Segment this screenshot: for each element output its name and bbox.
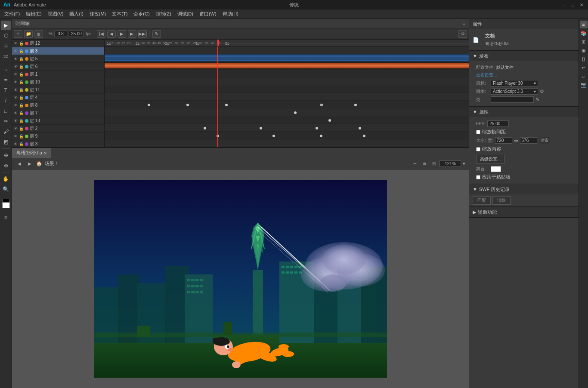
scale-content-checkbox[interactable] [476,147,480,151]
menu-help[interactable]: 帮助(H) [220,10,241,18]
height-input[interactable] [520,137,537,144]
menu-text[interactable]: 文本(T) [109,10,130,18]
class-input[interactable] [491,96,534,103]
frames-panel[interactable]: 1s 2s 3s 4s 5s 5 10 15 [105,40,469,147]
motion-icon-btn[interactable]: ◉ [580,46,588,54]
snap-tool[interactable]: ⊞ [1,213,11,222]
camera-icon-btn[interactable]: 📷 [580,81,588,89]
layer-row-8[interactable]: 👁 🔒 层 8 [12,102,104,109]
minimize-button[interactable]: ─ [561,2,567,8]
subselect-tool[interactable]: ⬡ [1,31,11,40]
scale-button[interactable]: 缩索 [539,137,550,144]
tab-close-icon[interactable]: × [44,151,46,156]
swf-history-header[interactable]: ▼ SWF 历史记录 [469,184,579,194]
eraser-tool[interactable]: ⊗ [1,161,11,170]
menu-edit[interactable]: 编辑(E) [23,10,44,18]
script-settings-icon[interactable]: ⚙ [540,89,544,94]
pencil-tool[interactable]: ✏ [1,117,11,126]
loop-button[interactable]: ↻ [152,30,161,38]
size-link-icon[interactable]: ⇔ [514,138,518,144]
layer-row-11[interactable]: 👁 🔒 层 11 [12,86,104,94]
3d-tool[interactable]: 3D [1,52,11,61]
layer-row-3[interactable]: 👁 🔒 层 3 [12,47,104,55]
menu-insert[interactable]: 插入(I) [67,10,86,18]
back-nav-button[interactable]: ◀ [15,160,23,168]
lasso-tool[interactable]: ○ [1,65,11,74]
pen-tool[interactable]: ✒ [1,75,11,85]
menu-debug[interactable]: 调试(D) [175,10,196,18]
line-tool[interactable]: / [1,96,11,105]
layer-row-3b[interactable]: 👁 🔒 层 3 [12,140,104,147]
layer-row-12[interactable]: 👁 🔒 层 12 [12,40,104,47]
zoom-dropdown-icon[interactable]: ▾ [463,161,465,166]
publish-settings-link[interactable]: 发布设置... [476,72,497,78]
paint-bucket-tool[interactable]: ◩ [1,137,11,147]
layer-row-2[interactable]: 👁 🔒 层 2 [12,125,104,132]
properties-panel-header[interactable]: 属性 [469,19,579,29]
properties-icon-btn[interactable]: ≡ [580,21,588,28]
target-dropdown[interactable]: Flash Player 30 ▾ [491,80,538,86]
swf-clear-button[interactable]: 清除 [492,196,511,205]
text-tool[interactable]: T [1,86,11,95]
layer-row-9[interactable]: 👁 🔒 层 9 [12,132,104,140]
layer-row-7[interactable]: 👁 🔒 层 7 [12,109,104,117]
new-folder-button[interactable]: 📁 [24,30,33,38]
go-to-last-frame-button[interactable]: ▶▶| [138,30,147,38]
clip-button[interactable]: ✂ [411,160,419,168]
layer-row-4[interactable]: 👁 🔒 层 4 [12,94,104,102]
zoom-input[interactable] [439,160,461,167]
menu-command[interactable]: 命令(C) [131,10,152,18]
attrs-header[interactable]: ▼ 属性 [469,107,579,117]
free-transform-tool[interactable]: ⊹ [1,41,11,51]
layer-row-10[interactable]: 👁 🔒 层 10 [12,78,104,86]
zoom-tool[interactable]: 🔍 [1,185,11,194]
menu-modify[interactable]: 修改(M) [87,10,109,18]
stage-tab-file[interactable]: 粤语15秒.fla × [12,148,51,158]
class-edit-icon[interactable]: ✎ [535,97,539,102]
select-tool[interactable]: ▶ [1,21,11,30]
timeline-options-icon[interactable]: ≡ [463,21,465,26]
maximize-button[interactable]: □ [570,2,576,8]
clipboard-checkbox[interactable] [476,175,480,179]
library-icon-btn[interactable]: 📚 [580,29,588,37]
timeline-settings-button[interactable]: ⚙ [458,30,467,38]
new-layer-button[interactable]: + [14,30,22,38]
snap-button[interactable]: ⊞ [430,160,438,168]
assist-header[interactable]: ▶ 辅助功能 [469,207,579,217]
assets-icon-btn[interactable]: ⊞ [580,38,588,46]
stage-color-picker[interactable] [491,166,501,172]
play-button[interactable]: ▶ [118,30,126,38]
fps-input[interactable] [487,120,509,127]
publish-header[interactable]: ▼ 发布 [469,51,579,61]
brush-tool[interactable]: 🖌 [1,127,11,136]
step-forward-button[interactable]: ▶| [128,30,136,38]
menu-window[interactable]: 窗口(W) [197,10,219,18]
swf-match-button[interactable]: 匹配 [473,196,491,205]
menu-file[interactable]: 文件(F) [2,10,22,18]
eyedropper-tool[interactable]: ⊕ [1,151,11,160]
layer-row-1[interactable]: 👁 🔒 层 1 [12,71,104,78]
width-input[interactable] [495,137,512,144]
layer-row-5[interactable]: 👁 🔒 层 5 [12,55,104,63]
go-to-first-frame-button[interactable]: |◀ [97,30,105,38]
advanced-button[interactable]: 高级设置... [476,155,504,163]
script-dropdown[interactable]: ActionScript 3.0 ▾ [491,88,538,95]
delete-layer-button[interactable]: 🗑 [34,30,43,38]
code-icon-btn[interactable]: {} [580,55,588,63]
stage-canvas[interactable] [12,169,469,388]
forward-nav-button[interactable]: ▶ [26,160,34,168]
menu-view[interactable]: 视图(V) [45,10,66,18]
title-controls[interactable]: ─ □ ✕ [561,2,585,8]
layer-row-6[interactable]: 👁 🔒 层 6 [12,63,104,71]
menu-control[interactable]: 控制(Z) [153,10,174,18]
hand-tool[interactable]: ✋ [1,174,11,184]
history-icon-btn[interactable]: ↩ [580,64,588,71]
layer-row-13[interactable]: 👁 🔒 层 13 [12,117,104,125]
shape-tool[interactable]: □ [1,106,11,116]
center-button[interactable]: ⊕ [421,160,428,168]
step-back-button[interactable]: ◀ [107,30,116,38]
fill-color[interactable] [2,202,10,208]
search-icon-btn[interactable]: ⌕ [580,72,588,80]
frame-interval-checkbox[interactable] [476,130,480,134]
close-button[interactable]: ✕ [579,2,585,8]
